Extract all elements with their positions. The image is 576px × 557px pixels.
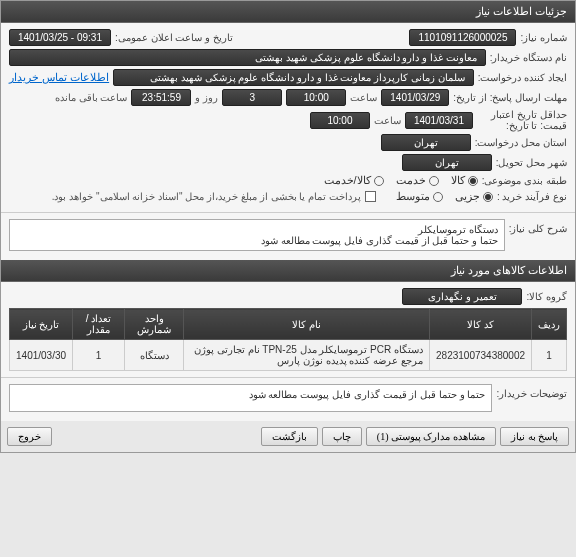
radio-bullet-icon	[433, 192, 443, 202]
radio-bullet-icon	[374, 176, 384, 186]
th-unit: واحد شمارش	[124, 309, 183, 340]
creator-label: ایجاد کننده درخواست:	[478, 72, 567, 83]
remain-time: 23:51:59	[131, 89, 191, 106]
cell-unit: دستگاه	[124, 340, 183, 371]
buyer-label: نام دستگاه خریدار:	[490, 52, 567, 63]
th-qty: تعداد / مقدار	[73, 309, 125, 340]
radio-kala-label: کالا	[451, 174, 465, 187]
remain-suffix: ساعت باقی مانده	[55, 92, 128, 103]
th-code: کد کالا	[430, 309, 532, 340]
cell-name: دستگاه PCR ترموسایکلر مدل TPN-25 نام تجا…	[184, 340, 430, 371]
deliv-city-label: شهر محل تحویل:	[496, 157, 567, 168]
goods-group-label: گروه کالا:	[526, 291, 567, 302]
radio-kala-khadamat[interactable]: کالا/خدمت	[324, 174, 384, 187]
deadline-date: 1401/03/29	[381, 89, 449, 106]
goods-table: ردیف کد کالا نام کالا واحد شمارش تعداد /…	[9, 308, 567, 371]
valid-until-hour: 10:00	[310, 112, 370, 129]
exit-button[interactable]: خروج	[7, 427, 52, 446]
desc-label: شرح کلی نیاز:	[509, 219, 567, 234]
cell-qty: 1	[73, 340, 125, 371]
goods-panel-title: اطلاعات کالاهای مورد نیاز	[1, 260, 575, 282]
cell-code: 2823100734380002	[430, 340, 532, 371]
attachments-button[interactable]: مشاهده مدارک پیوستی (1)	[366, 427, 496, 446]
radio-motevaset-label: متوسط	[396, 190, 430, 203]
treasury-checkbox[interactable]	[365, 191, 376, 202]
req-city-label: استان محل درخواست:	[475, 137, 567, 148]
th-date: تاریخ نیاز	[10, 309, 73, 340]
valid-until-date: 1401/03/31	[405, 112, 473, 129]
cell-date: 1401/03/30	[10, 340, 73, 371]
deadline-hour: 10:00	[286, 89, 346, 106]
desc-line1: دستگاه ترموسایکلر	[16, 224, 498, 235]
radio-motevaset[interactable]: متوسط	[396, 190, 443, 203]
radio-bullet-icon	[468, 176, 478, 186]
th-name: نام کالا	[184, 309, 430, 340]
radio-jozi[interactable]: جزیی	[455, 190, 493, 203]
buyer-name: معاونت غذا و دارو دانشگاه علوم پزشکی شهی…	[9, 49, 486, 66]
hour-label-2: ساعت	[374, 115, 401, 126]
buyer-note-label: توضیحات خریدار:	[496, 384, 567, 399]
goods-group: تعمیر و نگهداری	[402, 288, 522, 305]
desc-text: دستگاه ترموسایکلر حتما و حتما قبل از قیم…	[9, 219, 505, 251]
radio-kala[interactable]: کالا	[451, 174, 478, 187]
radio-khadamat-label: خدمت	[396, 174, 426, 187]
back-button[interactable]: بازگشت	[261, 427, 318, 446]
desc-line2: حتما و حتما قبل از قیمت گذاری فایل پیوست…	[16, 235, 498, 246]
buyer-note-text: حتما و حتما قبل از قیمت گذاری فایل پیوست…	[9, 384, 492, 412]
panel-title: جزئیات اطلاعات نیاز	[1, 1, 575, 23]
subject-cat-label: طبقه بندی موضوعی:	[482, 175, 567, 186]
remain-days: 3	[222, 89, 282, 106]
hour-label-1: ساعت	[350, 92, 377, 103]
req-city: تهران	[381, 134, 471, 151]
th-row: ردیف	[532, 309, 567, 340]
radio-jozi-label: جزیی	[455, 190, 480, 203]
deliv-city: تهران	[402, 154, 492, 171]
buyer-contact-link[interactable]: اطلاعات تماس خریدار	[9, 71, 109, 84]
remain-day-label: روز و	[195, 92, 218, 103]
print-button[interactable]: چاپ	[322, 427, 362, 446]
radio-kala-kh-label: کالا/خدمت	[324, 174, 371, 187]
deadline-label: مهلت ارسال پاسخ: از تاریخ:	[453, 92, 567, 103]
table-row[interactable]: 1 2823100734380002 دستگاه PCR ترموسایکلر…	[10, 340, 567, 371]
radio-bullet-icon	[429, 176, 439, 186]
need-number: 1101091126000025	[409, 29, 516, 46]
need-number-label: شماره نیاز:	[520, 32, 567, 43]
radio-bullet-icon	[483, 192, 493, 202]
respond-button[interactable]: پاسخ به نیاز	[500, 427, 569, 446]
creator-name: سلمان زمانی کارپرداز معاونت غذا و دارو د…	[113, 69, 474, 86]
radio-khadamat[interactable]: خدمت	[396, 174, 439, 187]
public-datetime: 09:31 - 1401/03/25	[9, 29, 111, 46]
treasury-checkbox-label: پرداخت تمام یا بخشی از مبلغ خرید،از محل …	[52, 191, 361, 202]
public-datetime-label: تاریخ و ساعت اعلان عمومی:	[115, 32, 233, 43]
process-label: نوع فرآیند خرید :	[497, 191, 567, 202]
cell-row: 1	[532, 340, 567, 371]
valid-until-label: حداقل تاریخ اعتبار قیمت: تا تاریخ:	[477, 109, 567, 131]
